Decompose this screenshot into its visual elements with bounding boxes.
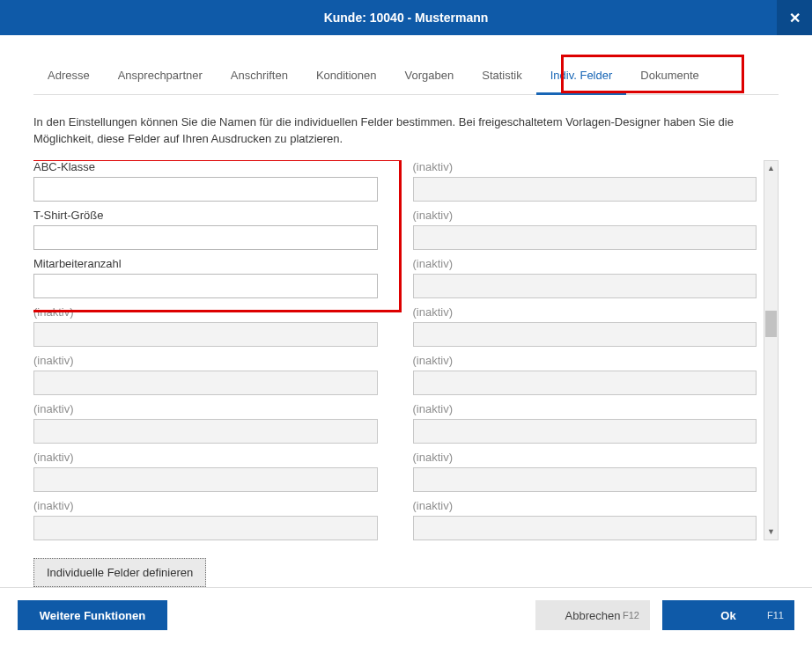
scroll-thumb[interactable] (765, 311, 777, 337)
field-right-2: (inaktiv) (413, 257, 757, 298)
field-label: (inaktiv) (413, 451, 757, 464)
scroll-up-arrow-icon[interactable]: ▲ (764, 161, 778, 176)
field-label: (inaktiv) (413, 160, 757, 173)
fields-column-right: (inaktiv)(inaktiv)(inaktiv)(inaktiv)(ina… (413, 160, 757, 540)
scroll-down-arrow-icon[interactable]: ▼ (764, 525, 778, 540)
tab-statistik[interactable]: Statistik (468, 60, 536, 94)
field-label: (inaktiv) (33, 354, 378, 367)
input-inactive (33, 516, 378, 540)
field-label: (inaktiv) (413, 305, 757, 319)
field-right-7: (inaktiv) (413, 499, 757, 540)
input-inactive (413, 467, 757, 492)
field-left-2: Mitarbeiteranzahl (33, 257, 378, 298)
field-label: (inaktiv) (413, 209, 757, 222)
input-inactive (413, 516, 757, 540)
tab-vorgaben[interactable]: Vorgaben (391, 60, 469, 94)
ok-button[interactable]: Ok F11 (662, 600, 794, 630)
input-inactive (413, 371, 757, 395)
more-functions-label: Weitere Funktionen (40, 609, 145, 622)
field-label: (inaktiv) (413, 257, 757, 270)
input-mitarbeiteranzahl[interactable] (33, 274, 378, 298)
field-left-1: T-Shirt-Größe (33, 209, 378, 250)
fields-area: ABC-KlasseT-Shirt-GrößeMitarbeiteranzahl… (33, 160, 760, 540)
cancel-button[interactable]: Abbrechen F12 (535, 600, 650, 630)
field-label: (inaktiv) (33, 451, 378, 464)
field-left-6: (inaktiv) (33, 451, 378, 492)
field-right-1: (inaktiv) (413, 209, 757, 250)
input-abc-klasse[interactable] (33, 177, 378, 202)
customer-dialog: Kunde: 10040 - Mustermann ✕ AdresseAnspr… (0, 0, 812, 646)
field-left-4: (inaktiv) (33, 354, 378, 395)
tab-dokumente[interactable]: Dokumente (626, 60, 712, 94)
cancel-label: Abbrechen (565, 609, 621, 622)
input-inactive (413, 419, 757, 444)
field-label: (inaktiv) (33, 402, 378, 415)
field-right-0: (inaktiv) (413, 160, 757, 202)
field-left-5: (inaktiv) (33, 402, 378, 444)
input-inactive (413, 274, 757, 298)
define-row: Individuelle Felder definieren (33, 558, 779, 587)
input-t-shirt-gr-e[interactable] (33, 225, 378, 250)
more-functions-button[interactable]: Weitere Funktionen (18, 600, 167, 630)
field-right-6: (inaktiv) (413, 451, 757, 492)
field-label: (inaktiv) (33, 305, 378, 319)
vertical-scrollbar[interactable]: ▲ ▼ (764, 160, 779, 540)
field-right-4: (inaktiv) (413, 354, 757, 395)
field-label: T-Shirt-Größe (33, 209, 378, 222)
close-icon: ✕ (789, 10, 801, 26)
field-left-7: (inaktiv) (33, 499, 378, 540)
tab-ansprechpartner[interactable]: Ansprechpartner (104, 60, 217, 94)
dialog-footer: Weitere Funktionen Abbrechen F12 Ok F11 (0, 587, 812, 646)
tab-bar: AdresseAnsprechpartnerAnschriftenKonditi… (33, 60, 779, 95)
field-label: (inaktiv) (413, 499, 757, 512)
input-inactive (413, 225, 757, 250)
field-label: ABC-Klasse (33, 160, 378, 173)
input-inactive (33, 467, 378, 492)
input-inactive (413, 177, 757, 202)
fields-column-left: ABC-KlasseT-Shirt-GrößeMitarbeiteranzahl… (33, 160, 378, 540)
field-label: Mitarbeiteranzahl (33, 257, 378, 270)
field-left-0: ABC-Klasse (33, 160, 378, 202)
input-inactive (33, 419, 378, 444)
input-inactive (33, 371, 378, 395)
field-right-5: (inaktiv) (413, 402, 757, 444)
tab-adresse[interactable]: Adresse (33, 60, 104, 94)
field-label: (inaktiv) (413, 354, 757, 367)
input-inactive (33, 322, 378, 347)
ok-shortcut: F11 (767, 610, 784, 620)
titlebar: Kunde: 10040 - Mustermann ✕ (0, 0, 812, 35)
field-right-3: (inaktiv) (413, 305, 757, 347)
field-label: (inaktiv) (413, 402, 757, 415)
tab-konditionen[interactable]: Konditionen (302, 60, 391, 94)
input-inactive (413, 322, 757, 347)
intro-text: In den Einstellungen können Sie die Name… (33, 114, 773, 148)
field-left-3: (inaktiv) (33, 305, 378, 347)
tab-anschriften[interactable]: Anschriften (217, 60, 302, 94)
fields-scroll-region: ABC-KlasseT-Shirt-GrößeMitarbeiteranzahl… (33, 160, 779, 540)
define-fields-button[interactable]: Individuelle Felder definieren (33, 558, 206, 587)
content-area: AdresseAnsprechpartnerAnschriftenKonditi… (0, 35, 812, 587)
ok-label: Ok (720, 609, 735, 622)
cancel-shortcut: F12 (623, 610, 639, 620)
field-label: (inaktiv) (33, 499, 378, 512)
close-button[interactable]: ✕ (777, 0, 812, 35)
tab-indiv-felder[interactable]: Indiv. Felder (536, 60, 627, 95)
window-title: Kunde: 10040 - Mustermann (324, 11, 489, 25)
